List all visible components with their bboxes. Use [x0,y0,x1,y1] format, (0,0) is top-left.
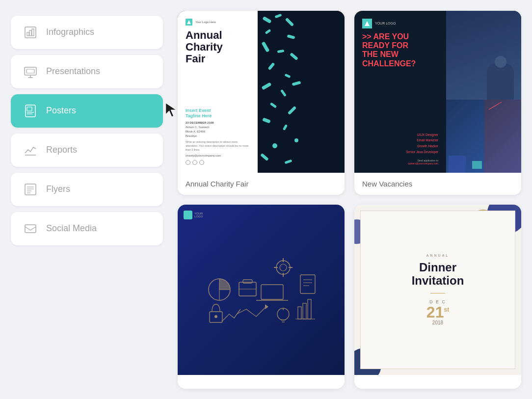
dinner-day-text: 21st [426,304,449,320]
main-content: Your Logo Here AnnualCharityFair Insert … [178,11,521,389]
card-charity-fair-preview: Your Logo Here AnnualCharityFair Insert … [178,11,345,173]
svg-rect-39 [303,303,306,319]
sidebar-item-posters-label: Posters [46,106,76,116]
card-dinner-invitation-label [354,375,521,389]
sidebar-item-reports-label: Reports [46,145,77,155]
sidebar-item-infographics-label: Infographics [46,27,94,37]
svg-point-28 [276,261,290,274]
card-dinner-invitation[interactable]: ANNUAL DinnerInvitation D E C 21st 2018 [354,205,521,389]
card-tech-poster[interactable]: YOURLOGO [178,205,345,389]
svg-rect-38 [298,307,301,319]
sidebar-item-presentations[interactable]: Presentations [11,55,163,88]
presentations-icon [23,64,38,80]
svg-rect-26 [243,280,252,283]
sidebar-item-presentations-label: Presentations [46,66,100,77]
sidebar-item-posters[interactable]: Posters [11,94,163,128]
infographics-icon [23,25,38,40]
svg-rect-7 [27,69,34,73]
sidebar-item-reports[interactable]: Reports [11,133,163,167]
card-charity-fair[interactable]: Your Logo Here AnnualCharityFair Insert … [178,11,345,195]
svg-rect-2 [29,30,31,36]
sidebar-item-social-media-label: Social Media [46,223,97,234]
svg-rect-34 [300,275,315,293]
svg-rect-9 [27,107,32,111]
sidebar-item-flyers[interactable]: Flyers [11,173,163,206]
flyers-icon [23,182,38,197]
svg-rect-19 [25,225,36,233]
svg-marker-12 [166,103,176,117]
svg-marker-21 [365,21,370,26]
svg-point-29 [280,264,287,271]
card-tech-poster-label [178,375,345,389]
card-new-vacancies[interactable]: YOUR LOGO >> ARE YOUREADY FORTHE NEWCHAL… [354,11,521,195]
social-media-icon [23,221,38,237]
svg-marker-44 [265,304,268,309]
sidebar-item-flyers-label: Flyers [46,184,70,194]
card-dinner-invitation-preview: ANNUAL DinnerInvitation D E C 21st 2018 [354,205,521,375]
svg-marker-20 [187,20,191,24]
card-tech-poster-preview: YOURLOGO [178,205,345,375]
sidebar-item-infographics[interactable]: Infographics [11,16,163,49]
dinner-title-text: DinnerInvitation [412,261,464,287]
reports-icon [23,142,38,158]
sidebar-item-social-media[interactable]: Social Media [11,212,163,245]
card-new-vacancies-preview: YOUR LOGO >> ARE YOUREADY FORTHE NEWCHAL… [354,11,521,173]
svg-rect-14 [25,184,36,195]
sidebar: Infographics Presentations [11,11,163,389]
svg-rect-0 [25,27,36,38]
svg-rect-3 [32,29,34,36]
posters-icon [23,103,38,119]
card-charity-fair-label: Annual Charity Fair [178,173,345,195]
svg-rect-1 [27,32,29,36]
svg-point-46 [214,315,217,318]
svg-rect-40 [308,299,311,319]
dinner-annual-text: ANNUAL [426,254,449,257]
card-new-vacancies-label: New Vacancies [354,173,521,195]
svg-rect-42 [261,285,283,299]
